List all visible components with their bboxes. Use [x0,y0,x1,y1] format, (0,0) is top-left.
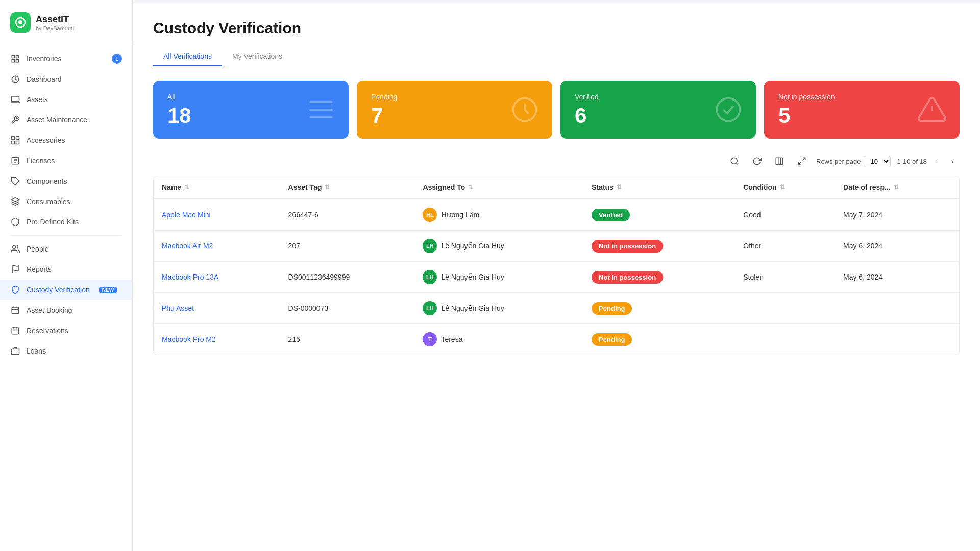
columns-button[interactable] [771,153,788,169]
user-avatar-4: T [423,332,437,346]
people-label: People [27,245,49,253]
user-name-2: Lê Nguyễn Gia Huy [441,273,504,281]
card-not-in-possession-icon [917,94,947,125]
dashboard-icon [10,74,20,84]
cell-date-2: May 6, 2024 [835,262,959,293]
sidebar-item-licenses[interactable]: Licenses [0,151,132,171]
app-name: AssetIT [36,14,74,25]
loans-icon [10,346,20,356]
svg-rect-8 [12,137,15,140]
search-button[interactable] [726,153,743,169]
card-not-in-possession[interactable]: Not in possession 5 [764,81,960,139]
sort-name-icon[interactable]: ⇅ [184,184,189,191]
asset-maintenance-label: Asset Maintenance [27,116,87,124]
sidebar-item-reservations[interactable]: Reservations [0,320,132,341]
table-header-row: Name ⇅ Asset Tag ⇅ Assig [154,176,959,199]
svg-line-38 [803,158,805,160]
user-name-1: Lê Nguyễn Gia Huy [441,242,504,250]
svg-rect-4 [12,60,14,62]
sidebar-item-people[interactable]: People [0,239,132,259]
cell-status-4: Pending [583,324,735,355]
svg-marker-14 [12,198,19,202]
table-controls: Rows per page 10 25 50 1-10 of 18 ‹ › [153,153,960,169]
svg-point-15 [13,245,16,248]
sidebar-item-accessories[interactable]: Accessories [0,130,132,151]
user-avatar-2: LH [423,270,437,284]
user-name-0: Hương Lâm [441,211,479,219]
sidebar-item-consumables[interactable]: Consumables [0,191,132,212]
cell-name-3: Phu Asset [154,293,280,324]
app-subtitle: by DevSamurai [36,25,74,31]
cell-assigned-3: LH Lê Nguyễn Gia Huy [414,293,583,324]
tab-all-verifications[interactable]: All Verifications [153,47,222,66]
logo-area: AssetIT by DevSamurai [0,0,132,43]
status-badge-2: Not in possession [592,271,663,284]
card-verified-icon [713,94,744,125]
prev-page-button[interactable]: ‹ [929,154,943,168]
consumables-label: Consumables [27,197,70,206]
svg-rect-21 [12,328,19,334]
dashboard-label: Dashboard [27,75,62,83]
svg-rect-7 [12,96,19,102]
table-row: Macbook Air M2 207 LH Lê Nguyễn Gia Huy … [154,231,959,262]
content-area: Custody Verification All Verifications M… [133,4,980,551]
sort-status-icon[interactable]: ⇅ [617,184,622,191]
asset-link-0[interactable]: Apple Mac Mini [162,211,211,219]
cell-condition-0: Good [735,199,835,231]
sidebar-item-components[interactable]: Components [0,171,132,191]
reservations-label: Reservations [27,327,68,335]
sort-assigned-icon[interactable]: ⇅ [468,184,473,191]
sidebar-item-asset-maintenance[interactable]: Asset Maintenance [0,110,132,130]
asset-link-3[interactable]: Phu Asset [162,304,194,312]
sidebar-item-assets[interactable]: Assets [0,89,132,110]
table-body: Apple Mac Mini 266447-6 HL Hương Lâm Ver… [154,199,959,355]
fullscreen-button[interactable] [794,153,810,169]
tab-my-verifications[interactable]: My Verifications [222,47,292,66]
svg-point-33 [731,158,737,164]
asset-link-2[interactable]: Macbook Pro 13A [162,273,218,281]
sidebar-item-dashboard[interactable]: Dashboard [0,69,132,89]
sidebar-item-asset-booking[interactable]: Asset Booking [0,300,132,320]
card-pending[interactable]: Pending 7 [357,81,552,139]
top-bar [133,0,980,4]
sidebar-item-inventories[interactable]: Inventories 1 [0,48,132,69]
pagination: 1-10 of 18 ‹ › [897,154,960,168]
kit-icon [10,217,20,227]
cell-condition-2: Stolen [735,262,835,293]
cell-tag-3: DS-0000073 [280,293,415,324]
user-avatar-0: HL [423,208,437,222]
cell-status-2: Not in possession [583,262,735,293]
sort-date-icon[interactable]: ⇅ [894,184,899,191]
sidebar-item-custody-verification[interactable]: Custody Verification NEW [0,280,132,300]
card-verified[interactable]: Verified 6 [560,81,756,139]
grid-icon [10,54,20,64]
new-badge: NEW [99,287,117,293]
loans-label: Loans [27,347,46,355]
sidebar-item-predefined-kits[interactable]: Pre-Defined Kits [0,212,132,232]
laptop-icon [10,94,20,105]
status-badge-0: Verified [592,209,630,221]
col-asset-tag: Asset Tag ⇅ [280,176,415,199]
refresh-button[interactable] [749,153,765,169]
card-all[interactable]: All 18 [153,81,349,139]
svg-rect-11 [16,141,19,144]
reports-label: Reports [27,265,52,273]
rows-per-page-select[interactable]: 10 25 50 [864,156,891,167]
asset-link-4[interactable]: Macbook Pro M2 [162,335,216,343]
logo-icon [10,12,31,33]
svg-rect-35 [776,158,783,165]
sidebar-item-reports[interactable]: Reports [0,259,132,280]
svg-rect-5 [16,60,19,62]
data-table: Name ⇅ Asset Tag ⇅ Assig [154,176,959,355]
nav-menu: Inventories 1 Dashboard Assets [0,43,132,541]
cell-date-1: May 6, 2024 [835,231,959,262]
next-page-button[interactable]: › [945,154,960,168]
sidebar-item-loans[interactable]: Loans [0,341,132,361]
asset-link-1[interactable]: Macbook Air M2 [162,242,213,250]
card-pending-icon [509,94,540,125]
sort-condition-icon[interactable]: ⇅ [780,184,785,191]
custody-verification-label: Custody Verification [27,286,90,294]
sort-asset-tag-icon[interactable]: ⇅ [325,184,330,191]
table-row: Apple Mac Mini 266447-6 HL Hương Lâm Ver… [154,199,959,231]
col-assigned-to: Assigned To ⇅ [414,176,583,199]
